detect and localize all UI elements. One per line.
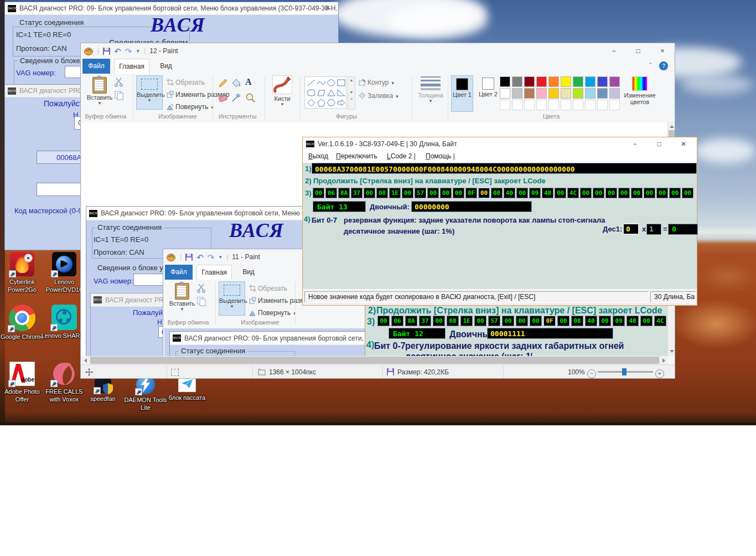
fill-bucket-icon[interactable]	[231, 78, 241, 88]
byte-cell[interactable]: 00	[530, 316, 542, 326]
minimize-button[interactable]: −	[623, 137, 647, 151]
qat-dropdown-icon[interactable]: ▼	[136, 49, 140, 54]
redo-icon[interactable]: ↷	[125, 47, 132, 55]
palette-swatch[interactable]	[524, 76, 535, 87]
byte-cell[interactable]: 00	[593, 188, 604, 198]
byte-cell[interactable]: 00	[640, 316, 653, 326]
byte-cell[interactable]: 00	[440, 188, 452, 198]
byte-cell[interactable]: 40	[504, 188, 515, 198]
byte-cell[interactable]: 00	[478, 188, 490, 198]
byte-cell[interactable]: 00	[313, 188, 324, 198]
palette-swatch-empty[interactable]	[561, 100, 571, 110]
zoom-out-icon[interactable]: −	[587, 369, 596, 378]
byte-cell[interactable]: 00	[618, 188, 630, 198]
byte-cell[interactable]: 00	[402, 188, 413, 198]
text-tool-icon[interactable]: A	[245, 77, 255, 87]
palette-swatch-empty[interactable]	[585, 100, 596, 110]
byte-cell[interactable]: 09	[613, 316, 625, 326]
palette-swatch-empty[interactable]	[597, 100, 608, 110]
palette-swatch[interactable]	[536, 76, 547, 87]
rotate-button[interactable]: Повернуть ▼	[167, 103, 215, 111]
palette-swatch-empty[interactable]	[536, 100, 547, 110]
byte-cell[interactable]: 57	[415, 188, 426, 198]
byte-cell[interactable]: 8A	[338, 188, 350, 198]
menu-help[interactable]: Помощь |	[426, 152, 455, 160]
byte-cell[interactable]: 00	[453, 188, 464, 198]
scroll-right-arrow[interactable]	[662, 358, 665, 363]
thickness-button[interactable]: Толщина ▼	[416, 75, 445, 110]
palette-swatch[interactable]	[573, 88, 583, 99]
byte-cell[interactable]: 00	[427, 188, 439, 198]
cut-icon[interactable]	[114, 77, 124, 87]
palette-swatch[interactable]	[561, 88, 571, 99]
byte-cell[interactable]: 00	[644, 188, 655, 198]
color1-button[interactable]: Цвет 1	[451, 75, 473, 112]
palette-swatch[interactable]	[512, 88, 522, 99]
shapes-scrollbar[interactable]: ▲▼≡	[348, 76, 355, 110]
byte-cell[interactable]: 0F	[465, 188, 477, 198]
palette-swatch-empty[interactable]	[548, 100, 559, 110]
palette-swatch[interactable]	[585, 76, 596, 87]
byte-cell[interactable]: 00	[669, 188, 681, 198]
tab-home[interactable]: Главная	[114, 59, 149, 74]
byte-cell[interactable]: 8A	[405, 316, 417, 326]
tab-file[interactable]: Файл	[82, 59, 110, 74]
binary-field[interactable]: 00000000	[411, 201, 532, 212]
byte-cell[interactable]: 1E	[389, 188, 401, 198]
undo-icon[interactable]: ↶	[114, 47, 121, 55]
zoom-in-icon[interactable]: +	[655, 369, 664, 378]
desktop-icon-adobe-photo-offer[interactable]: dobe ↗ Adobe Photo Offer	[0, 362, 44, 403]
byte-cell[interactable]: 00	[516, 316, 528, 326]
collapse-ribbon-icon[interactable]: ⌃	[648, 62, 653, 68]
palette-swatch-empty[interactable]	[524, 100, 535, 110]
byte-cell[interactable]: 37	[351, 188, 363, 198]
pencil-icon[interactable]	[218, 78, 228, 88]
close-button[interactable]: ✕	[671, 137, 696, 151]
palette-swatch[interactable]	[597, 88, 608, 99]
desktop-icon-google-chrome[interactable]: ↗ Google Chrome	[0, 305, 44, 341]
palette-swatch[interactable]	[500, 88, 510, 99]
palette-swatch[interactable]	[548, 76, 559, 87]
zoom-slider[interactable]	[598, 371, 653, 373]
minimize-button[interactable]: −	[602, 43, 626, 59]
desktop-icon-blok-passata[interactable]: блок пассата	[166, 375, 208, 401]
palette-swatch[interactable]	[548, 88, 559, 99]
byte-cell[interactable]: 06	[391, 316, 403, 326]
palette-swatch-empty[interactable]	[573, 100, 583, 110]
shape-outline-button[interactable]: Контур ▼	[359, 79, 395, 86]
dec-input-field[interactable]: 0	[623, 223, 639, 235]
paste-button[interactable]: Вставить ▼	[86, 75, 113, 110]
save-icon[interactable]	[103, 48, 110, 55]
palette-swatch[interactable]	[524, 88, 535, 99]
byte-cell[interactable]: 00	[580, 188, 592, 198]
palette-swatch-empty[interactable]	[512, 100, 522, 110]
byte-cell[interactable]: 40	[585, 316, 597, 326]
eyedropper-icon[interactable]	[231, 92, 241, 102]
menu-exit[interactable]: Выход	[308, 152, 328, 160]
help-icon[interactable]: ?	[659, 61, 668, 70]
palette-swatch[interactable]	[585, 88, 596, 99]
desktop-icon-daemon-tools[interactable]: ↗ DAEMON Tools Lite	[123, 375, 168, 411]
byte-cell[interactable]: 09	[529, 188, 541, 198]
palette-swatch[interactable]	[609, 88, 620, 99]
maximize-button[interactable]: □	[647, 137, 671, 151]
scroll-left-arrow[interactable]	[84, 358, 87, 363]
byte-cell[interactable]: 00	[433, 316, 445, 326]
byte-cell[interactable]: 00	[474, 316, 486, 326]
close-button[interactable]: ×	[650, 43, 675, 59]
byte-cell[interactable]: 48	[626, 316, 639, 326]
byte-cell[interactable]: 48	[542, 188, 553, 198]
menu-switch[interactable]: Переключить	[336, 152, 377, 160]
horizontal-scrollbar[interactable]	[82, 356, 667, 364]
palette-swatch-empty[interactable]	[609, 100, 620, 110]
select-button[interactable]: Выделить ▼	[136, 75, 163, 110]
palette-swatch[interactable]	[561, 76, 571, 87]
byte-cell[interactable]: 4C	[567, 188, 579, 198]
byte-cell[interactable]: 08	[447, 316, 459, 326]
byte-cell[interactable]: 4C	[654, 316, 666, 326]
palette-swatch[interactable]	[597, 76, 608, 87]
menu-lcode2[interactable]: LCode 2 |	[387, 152, 416, 160]
byte-cell[interactable]: 00	[631, 188, 643, 198]
palette-swatch[interactable]	[500, 76, 510, 87]
copy-icon[interactable]	[114, 90, 124, 100]
